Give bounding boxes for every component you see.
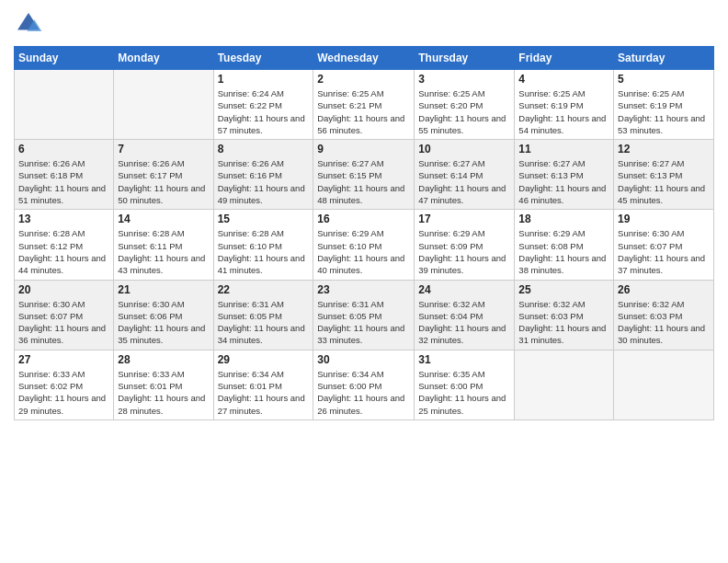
day-info: Sunrise: 6:26 AMSunset: 6:17 PMDaylight:…	[118, 157, 209, 206]
calendar-day	[114, 70, 213, 140]
day-number: 30	[317, 353, 410, 366]
calendar-day: 20Sunrise: 6:30 AMSunset: 6:07 PMDayligh…	[15, 280, 114, 350]
day-number: 19	[618, 213, 710, 225]
day-number: 10	[418, 143, 510, 155]
day-info: Sunrise: 6:33 AMSunset: 6:02 PMDaylight:…	[18, 368, 109, 417]
page: SundayMondayTuesdayWednesdayThursdayFrid…	[0, 0, 728, 563]
day-info: Sunrise: 6:32 AMSunset: 6:03 PMDaylight:…	[518, 298, 609, 347]
day-info: Sunrise: 6:29 AMSunset: 6:08 PMDaylight:…	[518, 227, 609, 276]
day-info: Sunrise: 6:28 AMSunset: 6:10 PMDaylight:…	[218, 227, 310, 276]
calendar-week-row: 13Sunrise: 6:28 AMSunset: 6:12 PMDayligh…	[15, 210, 714, 280]
logo-icon	[14, 9, 43, 39]
calendar-day: 29Sunrise: 6:34 AMSunset: 6:01 PMDayligh…	[213, 350, 313, 419]
day-info: Sunrise: 6:27 AMSunset: 6:13 PMDaylight:…	[618, 157, 710, 206]
calendar-day: 1Sunrise: 6:24 AMSunset: 6:22 PMDaylight…	[213, 70, 313, 140]
day-number: 9	[317, 143, 410, 155]
calendar-day: 28Sunrise: 6:33 AMSunset: 6:01 PMDayligh…	[114, 350, 213, 419]
calendar-day: 7Sunrise: 6:26 AMSunset: 6:17 PMDaylight…	[114, 140, 213, 210]
day-info: Sunrise: 6:25 AMSunset: 6:19 PMDaylight:…	[618, 87, 710, 136]
calendar-header-friday: Friday	[515, 47, 614, 70]
calendar-day	[515, 350, 614, 419]
day-number: 8	[218, 143, 310, 155]
day-number: 17	[418, 213, 510, 225]
day-number: 18	[518, 213, 609, 225]
calendar-table: SundayMondayTuesdayWednesdayThursdayFrid…	[14, 46, 714, 420]
day-number: 31	[418, 353, 510, 366]
day-info: Sunrise: 6:34 AMSunset: 6:01 PMDaylight:…	[218, 368, 310, 417]
calendar-day: 6Sunrise: 6:26 AMSunset: 6:18 PMDaylight…	[15, 140, 114, 210]
day-info: Sunrise: 6:27 AMSunset: 6:14 PMDaylight:…	[418, 157, 510, 206]
day-info: Sunrise: 6:27 AMSunset: 6:15 PMDaylight:…	[317, 157, 410, 206]
day-info: Sunrise: 6:25 AMSunset: 6:19 PMDaylight:…	[518, 87, 609, 136]
calendar-day: 21Sunrise: 6:30 AMSunset: 6:06 PMDayligh…	[114, 280, 213, 350]
calendar-day: 25Sunrise: 6:32 AMSunset: 6:03 PMDayligh…	[515, 280, 614, 350]
day-number: 22	[218, 283, 310, 296]
day-number: 7	[118, 143, 209, 155]
calendar-week-row: 20Sunrise: 6:30 AMSunset: 6:07 PMDayligh…	[15, 280, 714, 350]
calendar-day: 14Sunrise: 6:28 AMSunset: 6:11 PMDayligh…	[114, 210, 213, 280]
calendar-header-saturday: Saturday	[614, 47, 714, 70]
calendar-day	[15, 70, 114, 140]
day-info: Sunrise: 6:26 AMSunset: 6:18 PMDaylight:…	[18, 157, 109, 206]
calendar-week-row: 6Sunrise: 6:26 AMSunset: 6:18 PMDaylight…	[15, 140, 714, 210]
calendar-day: 23Sunrise: 6:31 AMSunset: 6:05 PMDayligh…	[313, 280, 415, 350]
day-info: Sunrise: 6:26 AMSunset: 6:16 PMDaylight:…	[218, 157, 310, 206]
logo	[14, 9, 47, 39]
day-info: Sunrise: 6:25 AMSunset: 6:21 PMDaylight:…	[317, 87, 410, 136]
day-number: 11	[518, 143, 609, 155]
calendar-day	[614, 350, 714, 419]
calendar-header-thursday: Thursday	[415, 47, 515, 70]
calendar-day: 19Sunrise: 6:30 AMSunset: 6:07 PMDayligh…	[614, 210, 714, 280]
day-number: 20	[18, 283, 109, 296]
calendar-day: 2Sunrise: 6:25 AMSunset: 6:21 PMDaylight…	[313, 70, 415, 140]
day-info: Sunrise: 6:31 AMSunset: 6:05 PMDaylight:…	[218, 298, 310, 347]
calendar-day: 5Sunrise: 6:25 AMSunset: 6:19 PMDaylight…	[614, 70, 714, 140]
calendar-header-wednesday: Wednesday	[313, 47, 415, 70]
calendar-day: 15Sunrise: 6:28 AMSunset: 6:10 PMDayligh…	[213, 210, 313, 280]
day-info: Sunrise: 6:30 AMSunset: 6:07 PMDaylight:…	[18, 298, 109, 347]
day-number: 24	[418, 283, 510, 296]
day-info: Sunrise: 6:31 AMSunset: 6:05 PMDaylight:…	[317, 298, 410, 347]
day-number: 27	[18, 353, 109, 366]
calendar-week-row: 1Sunrise: 6:24 AMSunset: 6:22 PMDaylight…	[15, 70, 714, 140]
day-info: Sunrise: 6:30 AMSunset: 6:06 PMDaylight:…	[118, 298, 209, 347]
day-info: Sunrise: 6:29 AMSunset: 6:10 PMDaylight:…	[317, 227, 410, 276]
day-number: 25	[518, 283, 609, 296]
day-number: 1	[218, 73, 310, 86]
day-info: Sunrise: 6:28 AMSunset: 6:12 PMDaylight:…	[18, 227, 109, 276]
day-info: Sunrise: 6:34 AMSunset: 6:00 PMDaylight:…	[317, 368, 410, 417]
calendar-header-sunday: Sunday	[15, 47, 114, 70]
calendar-week-row: 27Sunrise: 6:33 AMSunset: 6:02 PMDayligh…	[15, 350, 714, 419]
calendar-day: 16Sunrise: 6:29 AMSunset: 6:10 PMDayligh…	[313, 210, 415, 280]
calendar-day: 3Sunrise: 6:25 AMSunset: 6:20 PMDaylight…	[415, 70, 515, 140]
day-number: 2	[317, 73, 410, 86]
day-number: 14	[118, 213, 209, 225]
day-info: Sunrise: 6:24 AMSunset: 6:22 PMDaylight:…	[218, 87, 310, 136]
day-number: 26	[618, 283, 710, 296]
calendar-day: 31Sunrise: 6:35 AMSunset: 6:00 PMDayligh…	[415, 350, 515, 419]
calendar-day: 18Sunrise: 6:29 AMSunset: 6:08 PMDayligh…	[515, 210, 614, 280]
day-number: 13	[18, 213, 109, 225]
day-info: Sunrise: 6:30 AMSunset: 6:07 PMDaylight:…	[618, 227, 710, 276]
day-info: Sunrise: 6:32 AMSunset: 6:04 PMDaylight:…	[418, 298, 510, 347]
calendar-day: 10Sunrise: 6:27 AMSunset: 6:14 PMDayligh…	[415, 140, 515, 210]
day-info: Sunrise: 6:32 AMSunset: 6:03 PMDaylight:…	[618, 298, 710, 347]
day-number: 23	[317, 283, 410, 296]
calendar-header-row: SundayMondayTuesdayWednesdayThursdayFrid…	[15, 47, 714, 70]
calendar-day: 24Sunrise: 6:32 AMSunset: 6:04 PMDayligh…	[415, 280, 515, 350]
calendar-day: 12Sunrise: 6:27 AMSunset: 6:13 PMDayligh…	[614, 140, 714, 210]
calendar-day: 9Sunrise: 6:27 AMSunset: 6:15 PMDaylight…	[313, 140, 415, 210]
day-info: Sunrise: 6:33 AMSunset: 6:01 PMDaylight:…	[118, 368, 209, 417]
day-info: Sunrise: 6:25 AMSunset: 6:20 PMDaylight:…	[418, 87, 510, 136]
calendar-header-monday: Monday	[114, 47, 213, 70]
day-number: 3	[418, 73, 510, 86]
day-number: 28	[118, 353, 209, 366]
day-number: 21	[118, 283, 209, 296]
day-number: 15	[218, 213, 310, 225]
calendar-day: 30Sunrise: 6:34 AMSunset: 6:00 PMDayligh…	[313, 350, 415, 419]
calendar-day: 27Sunrise: 6:33 AMSunset: 6:02 PMDayligh…	[15, 350, 114, 419]
day-number: 5	[618, 73, 710, 86]
day-info: Sunrise: 6:28 AMSunset: 6:11 PMDaylight:…	[118, 227, 209, 276]
calendar-day: 26Sunrise: 6:32 AMSunset: 6:03 PMDayligh…	[614, 280, 714, 350]
calendar-day: 8Sunrise: 6:26 AMSunset: 6:16 PMDaylight…	[213, 140, 313, 210]
